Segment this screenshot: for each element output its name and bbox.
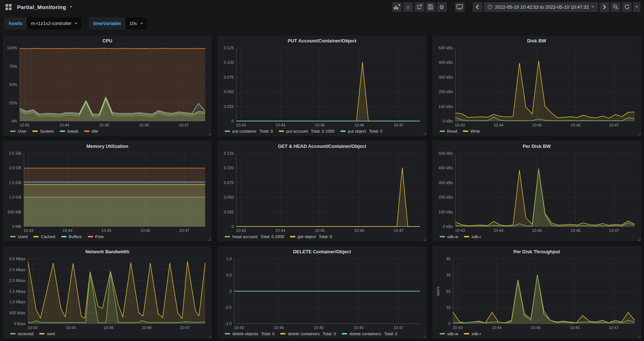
share-button[interactable] [415, 2, 424, 12]
svg-text:3.0 Mbps: 3.0 Mbps [9, 257, 26, 261]
time-range-button[interactable]: 2022-05-10 10:42:53 to 2022-05-10 10:47:… [484, 2, 598, 12]
series-color-swatch [33, 236, 39, 237]
variable-label: hostIs [4, 17, 27, 29]
settings-button[interactable]: ⚙ [437, 2, 447, 12]
legend-item[interactable]: Read [440, 129, 457, 133]
panel-title[interactable]: Network Bandwidth [6, 248, 209, 256]
navbar-left: Partial_Monitoring [4, 3, 72, 11]
series-label: User [18, 129, 26, 133]
chart-network[interactable]: 0 kbps500 kbps1.0 Mbps1.5 Mbps2.0 Mbps2.… [6, 256, 209, 330]
legend-item[interactable]: put containerTotal: 0 [225, 129, 273, 133]
chart-memory[interactable]: 0 MB500 MB1.0 GB1.5 GB2.0 GB2.5 GB10:431… [6, 150, 209, 233]
legend-item[interactable]: sdb-r [464, 234, 481, 239]
time-back-button[interactable] [473, 2, 482, 12]
svg-text:400 kBs: 400 kBs [439, 166, 453, 170]
series-label: Iowait [67, 129, 78, 133]
panel-put: PUT Account/Container/Object00.0250.0500… [217, 35, 426, 136]
series-color-swatch [440, 236, 445, 237]
legend-item[interactable]: Buffers [61, 234, 82, 239]
tv-mode-button[interactable] [455, 2, 465, 12]
panel-title[interactable]: CPU [6, 37, 209, 45]
panel-title[interactable]: Per Disk BW [435, 142, 638, 150]
refresh-button[interactable] [622, 2, 632, 12]
svg-text:0.025: 0.025 [224, 210, 234, 214]
chart-per-disk-bw[interactable]: 0 kBs100 kBs200 kBs300 kBs400 kBs500 kBs… [435, 150, 638, 233]
panel-title[interactable]: PUT Account/Container/Object [220, 37, 423, 45]
svg-text:500 MB: 500 MB [8, 210, 21, 214]
panel-resize-handle[interactable] [208, 335, 211, 338]
dashboard-title[interactable]: Partial_Monitoring [17, 4, 66, 10]
panel-title[interactable]: Memory Utilization [6, 142, 209, 150]
legend-item[interactable]: Cached [33, 234, 55, 239]
svg-text:0 MB: 0 MB [12, 224, 21, 229]
legend-item[interactable]: sdb-w [440, 234, 458, 239]
legend-item[interactable]: Free [88, 234, 104, 239]
svg-text:0 kBs: 0 kBs [443, 119, 453, 123]
legend-item[interactable]: Write [463, 129, 480, 133]
legend-item[interactable]: Used [10, 234, 28, 239]
clock-icon [487, 4, 493, 9]
chart-delete[interactable]: -1.0-0.500.51.010:4310:4410:4510:4610:47 [220, 256, 423, 330]
panel-resize-handle[interactable] [423, 133, 426, 135]
panel-resize-handle[interactable] [208, 133, 211, 135]
legend-item[interactable]: delete containersTotal: 0 [342, 332, 398, 336]
zoom-out-button[interactable] [611, 2, 620, 12]
svg-text:10:46: 10:46 [570, 325, 580, 330]
legend-item[interactable]: delete objectsTotal: 0 [225, 332, 274, 336]
star-button[interactable]: ☆ [403, 2, 413, 12]
legend-item[interactable]: User [10, 129, 26, 133]
legend: ReadWrite [435, 128, 638, 134]
panel-resize-handle[interactable] [638, 238, 640, 241]
legend-item[interactable]: Iowait [60, 129, 78, 133]
legend-item[interactable]: get objectTotal: 0 [290, 234, 332, 239]
legend-item[interactable]: sdb-w [440, 332, 458, 336]
svg-text:200 kBs: 200 kBs [439, 90, 453, 94]
panel-resize-handle[interactable] [638, 335, 640, 338]
apps-grid-icon-svg [5, 4, 12, 11]
panel-title[interactable]: DELETE Container/Object [220, 248, 423, 256]
time-forward-button[interactable] [599, 2, 609, 12]
panel-title[interactable]: GET & HEAD Account/Container/Object [220, 142, 423, 150]
panel-resize-handle[interactable] [208, 238, 211, 241]
svg-text:ops/s: ops/s [436, 286, 440, 296]
panel-title[interactable]: Disk BW [435, 37, 638, 45]
legend-item[interactable]: sent [39, 332, 55, 336]
apps-grid-icon[interactable] [4, 3, 13, 11]
legend-item[interactable]: put objectTotal: 0 [340, 129, 382, 133]
chart-cpu[interactable]: 0%25%50%75%100%10:4310:4410:4510:4610:47 [6, 45, 209, 128]
legend-item[interactable]: System [32, 129, 54, 133]
navbar: Partial_Monitoring ☆ [0, 0, 644, 14]
svg-text:100%: 100% [7, 46, 17, 50]
panel-title[interactable]: Per Disk Throughput [435, 248, 638, 256]
variable-value-dropdown[interactable]: 10s [125, 17, 147, 29]
chart-put[interactable]: 00.0250.0500.0750.1000.12510:4310:4410:4… [220, 45, 423, 128]
svg-text:0%: 0% [11, 119, 17, 123]
series-label: recieved [18, 332, 33, 336]
svg-text:0.075: 0.075 [224, 75, 234, 79]
legend-item[interactable]: sdb-r [464, 332, 481, 336]
refresh-interval-dropdown[interactable] [633, 2, 640, 12]
legend-item[interactable]: delete containersTotal: 0 [280, 332, 336, 336]
variable-value-dropdown[interactable]: m-r1z1s2-controller [27, 17, 82, 29]
chart-disk-bw[interactable]: 0 kBs100 kBs200 kBs300 kBs400 kBs500 kBs… [435, 45, 638, 128]
caret-down-icon [591, 6, 594, 8]
svg-text:10:44: 10:44 [275, 228, 286, 233]
series-color-swatch [464, 236, 469, 237]
legend-item[interactable]: head accountTotal: 0.1000 [225, 234, 284, 239]
panel-resize-handle[interactable] [423, 335, 426, 338]
save-button[interactable] [426, 2, 436, 12]
panel-resize-handle[interactable] [423, 238, 426, 241]
panel-resize-handle[interactable] [638, 133, 640, 135]
chart-get-head[interactable]: 00.0250.0500.0750.1000.12510:4310:4410:4… [220, 150, 423, 233]
add-panel-button[interactable] [392, 2, 402, 12]
legend-item[interactable]: put accountTotal: 0.1000 [279, 129, 335, 133]
svg-text:500 kbps: 500 kbps [9, 311, 26, 315]
legend-item[interactable]: idle [84, 129, 98, 133]
chart-per-disk-throughput[interactable]: 01020304010:4310:4410:4510:4610:47ops/s [435, 256, 638, 330]
svg-text:10:45: 10:45 [315, 228, 325, 233]
svg-text:10:44: 10:44 [493, 228, 503, 233]
chevron-down-icon[interactable] [70, 6, 72, 8]
series-label: put container [232, 129, 257, 133]
svg-text:10:45: 10:45 [531, 325, 541, 330]
legend-item[interactable]: recieved [10, 332, 33, 336]
